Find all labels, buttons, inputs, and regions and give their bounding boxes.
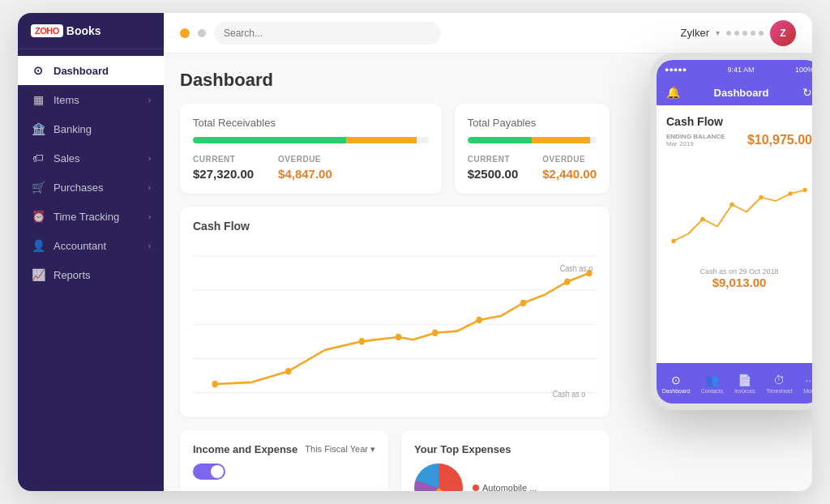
dashboard-icon: ⊙ xyxy=(31,64,45,77)
mobile-tab-contacts-icon: 👥 xyxy=(705,374,719,387)
svg-point-16 xyxy=(671,239,675,243)
mobile-tab-contacts-label: Contacts xyxy=(701,388,724,394)
mobile-tab-invoices-label: Invoices xyxy=(734,388,755,394)
income-expense-title: Income and Expense xyxy=(193,443,297,455)
search-input[interactable] xyxy=(214,22,441,45)
mobile-bottom-label: Cash as on 29 Oct 2018 xyxy=(673,267,806,275)
sidebar-item-time-tracking[interactable]: ⏰ Time Tracking › xyxy=(18,202,164,231)
nav-dot-4 xyxy=(751,31,755,36)
accountant-icon: 👤 xyxy=(31,239,45,252)
reports-icon: 📈 xyxy=(31,268,45,281)
total-payables-title: Total Payables xyxy=(468,117,597,129)
cash-flow-title: Cash Flow xyxy=(193,220,597,233)
receivables-stats: CURRENT $27,320.00 OVERDUE $4,847.00 xyxy=(193,155,429,181)
top-expenses-header: Your Top Expenses xyxy=(414,443,597,455)
total-payables-card: Total Payables CURRENT $2500.00 OVERDUE … xyxy=(455,104,610,194)
mobile-bottom-amount: Cash as on 29 Oct 2018 $9,013.00 xyxy=(666,261,812,296)
mobile-cash-flow-chart xyxy=(666,156,812,261)
accountant-arrow: › xyxy=(148,241,151,250)
mobile-tab-dashboard[interactable]: ⊙ Dashboard xyxy=(662,374,690,394)
sidebar-item-items[interactable]: ▦ Items › xyxy=(18,85,164,114)
receivables-yellow-bar xyxy=(346,137,417,143)
mobile-ending-balance-amount: $10,975.00 xyxy=(747,133,812,147)
svg-point-6 xyxy=(285,368,291,374)
sales-icon: 🏷 xyxy=(31,152,45,164)
mobile-tab-contacts[interactable]: 👥 Contacts xyxy=(701,374,724,394)
total-receivables-title: Total Receivables xyxy=(193,117,429,129)
sales-arrow: › xyxy=(148,154,151,163)
time-tracking-arrow: › xyxy=(148,212,151,221)
fiscal-year-button[interactable]: This Fiscal Year ▾ xyxy=(305,444,375,455)
payables-stats: CURRENT $2500.00 OVERDUE $2,440.00 xyxy=(468,155,597,181)
time-tracking-icon: ⏰ xyxy=(31,210,45,223)
sidebar-item-purchases[interactable]: 🛒 Purchases › xyxy=(18,173,164,202)
payables-green-bar xyxy=(468,137,533,143)
mobile-ending-balance-date: Mar 2019 xyxy=(666,140,725,147)
svg-text:Cash as o: Cash as o xyxy=(560,263,593,273)
expenses-pie-chart xyxy=(414,463,463,491)
mobile-tab-more-icon: ··· xyxy=(805,374,812,387)
receivables-current: CURRENT $27,320.00 xyxy=(193,155,254,181)
sidebar-item-label-sales: Sales xyxy=(53,152,80,164)
sidebar-item-accountant[interactable]: 👤 Accountant › xyxy=(18,231,164,260)
mobile-bottom-value: $9,013.00 xyxy=(673,275,806,289)
sidebar-item-reports[interactable]: 📈 Reports xyxy=(18,260,164,289)
sidebar-item-label-items: Items xyxy=(53,94,79,106)
receivables-overdue-value: $4,847.00 xyxy=(278,167,332,181)
svg-point-5 xyxy=(212,381,218,387)
topbar: Zylker ▾ Z xyxy=(164,13,812,53)
nav-dot-2 xyxy=(734,31,739,36)
top-expenses-title: Your Top Expenses xyxy=(414,443,511,455)
mobile-tab-more[interactable]: ··· More xyxy=(803,374,812,394)
total-receivables-card: Total Receivables CURRENT $27,320.00 OVE… xyxy=(180,104,442,194)
payables-yellow-bar xyxy=(532,137,590,143)
mobile-chart-area xyxy=(666,156,812,261)
toggle-switch[interactable] xyxy=(193,463,225,480)
mobile-device: ●●●●● 9:41 AM 100% 🔔 Dashboard ↻ Cash Fl… xyxy=(650,53,812,410)
mobile-tab-invoices[interactable]: 📄 Invoices xyxy=(734,374,755,394)
sidebar-item-banking[interactable]: 🏦 Banking xyxy=(18,114,164,143)
payables-current-value: $2500.00 xyxy=(468,167,519,181)
svg-point-12 xyxy=(564,278,570,284)
svg-text:Cash as o: Cash as o xyxy=(553,389,586,399)
mobile-balance-info: ENDING BALANCE Mar 2019 xyxy=(666,133,725,147)
mobile-signal: ●●●●● xyxy=(665,66,687,74)
purchases-arrow: › xyxy=(148,183,151,192)
banking-icon: 🏦 xyxy=(31,122,45,135)
app-container: ZOHO Books ⊙ Dashboard ▦ Items › 🏦 Banki… xyxy=(18,13,812,491)
svg-point-10 xyxy=(477,317,482,323)
nav-dot-1 xyxy=(726,31,731,36)
mobile-tab-timesheet-label: Timesheet xyxy=(766,388,792,394)
mobile-tab-timesheet[interactable]: ⏱ Timesheet xyxy=(766,374,792,394)
payables-overdue-label: OVERDUE xyxy=(542,155,597,164)
logo-books: Books xyxy=(66,24,101,37)
svg-point-20 xyxy=(788,191,792,195)
mobile-tab-bar: ⊙ Dashboard 👥 Contacts 📄 Invoices ⏱ Time… xyxy=(657,363,812,404)
sidebar-item-label-accountant: Accountant xyxy=(53,240,106,252)
mobile-status-bar: ●●●●● 9:41 AM 100% xyxy=(657,60,812,79)
logo-area: ZOHO Books xyxy=(18,13,164,49)
mobile-tab-more-label: More xyxy=(803,388,812,394)
payables-overdue: OVERDUE $2,440.00 xyxy=(542,155,597,181)
sidebar-item-dashboard[interactable]: ⊙ Dashboard xyxy=(18,56,164,85)
income-expense-header: Income and Expense This Fiscal Year ▾ xyxy=(193,443,375,455)
nav-dot-5 xyxy=(759,31,764,36)
payables-current: CURRENT $2500.00 xyxy=(468,155,519,181)
svg-point-7 xyxy=(359,338,365,344)
mobile-balance-row: ENDING BALANCE Mar 2019 $10,975.00 xyxy=(666,133,812,147)
purchases-icon: 🛒 xyxy=(31,181,45,194)
nav-dot-3 xyxy=(742,31,747,36)
sidebar-item-label-reports: Reports xyxy=(53,269,91,281)
expense-dot-1 xyxy=(473,485,479,491)
sidebar-item-sales[interactable]: 🏷 Sales › xyxy=(18,143,164,173)
receivables-current-value: $27,320.00 xyxy=(193,167,254,181)
mobile-tab-timesheet-icon: ⏱ xyxy=(773,374,785,387)
mobile-tab-dashboard-label: Dashboard xyxy=(662,388,690,394)
receivables-green-bar xyxy=(193,137,346,143)
cash-flow-card: Cash Flow Cash xyxy=(180,207,610,417)
bottom-cards-grid: Income and Expense This Fiscal Year ▾ xyxy=(180,430,610,491)
mobile-bell-icon: 🔔 xyxy=(666,86,680,99)
mobile-ending-balance-label: ENDING BALANCE xyxy=(666,133,725,140)
topbar-gray-dot xyxy=(198,29,206,37)
mobile-body: Cash Flow ENDING BALANCE Mar 2019 $10,97… xyxy=(657,105,812,305)
